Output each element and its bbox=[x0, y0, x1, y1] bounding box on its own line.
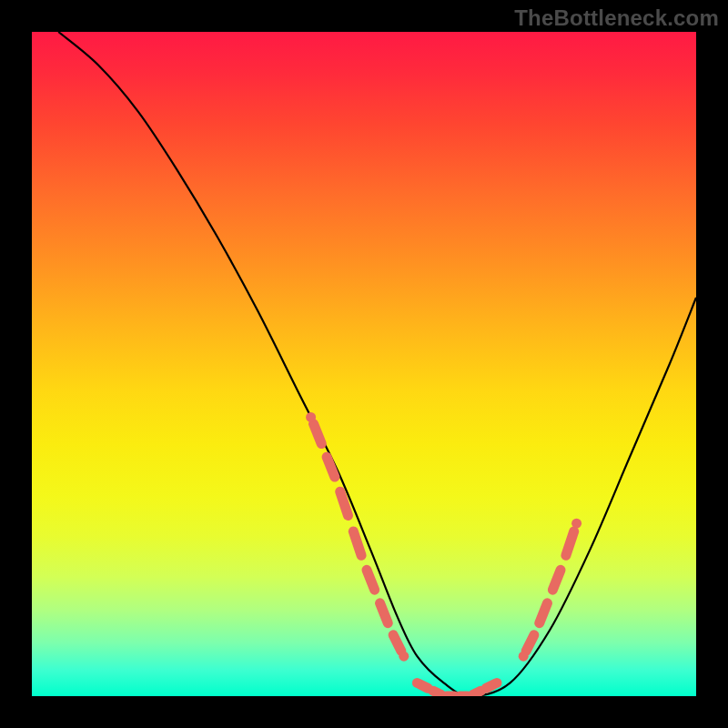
highlight-endpoint bbox=[519, 652, 529, 662]
highlight-dash bbox=[552, 570, 561, 590]
highlight-dash bbox=[433, 691, 441, 694]
highlight-dash bbox=[540, 603, 548, 623]
highlight-dash bbox=[393, 635, 401, 652]
plot-area bbox=[32, 32, 696, 696]
highlight-right-group bbox=[519, 519, 581, 662]
highlight-endpoint bbox=[492, 678, 502, 688]
highlight-dash bbox=[566, 531, 574, 555]
highlight-dash bbox=[526, 635, 534, 652]
chart-svg bbox=[32, 32, 696, 696]
highlight-dash bbox=[353, 531, 361, 555]
highlight-dash bbox=[473, 691, 481, 694]
bottleneck-curve-path bbox=[58, 32, 696, 696]
highlight-dash bbox=[314, 424, 322, 444]
highlight-endpoint bbox=[412, 678, 422, 688]
highlight-dash bbox=[380, 603, 389, 623]
highlight-left-group bbox=[306, 412, 409, 662]
highlight-endpoint bbox=[399, 652, 409, 662]
chart-frame: TheBottleneck.com bbox=[0, 0, 728, 728]
highlight-dash bbox=[340, 491, 349, 515]
highlight-endpoint bbox=[306, 412, 316, 422]
watermark-text: TheBottleneck.com bbox=[514, 5, 719, 31]
highlight-dash bbox=[367, 570, 375, 590]
highlight-endpoint bbox=[571, 519, 581, 529]
